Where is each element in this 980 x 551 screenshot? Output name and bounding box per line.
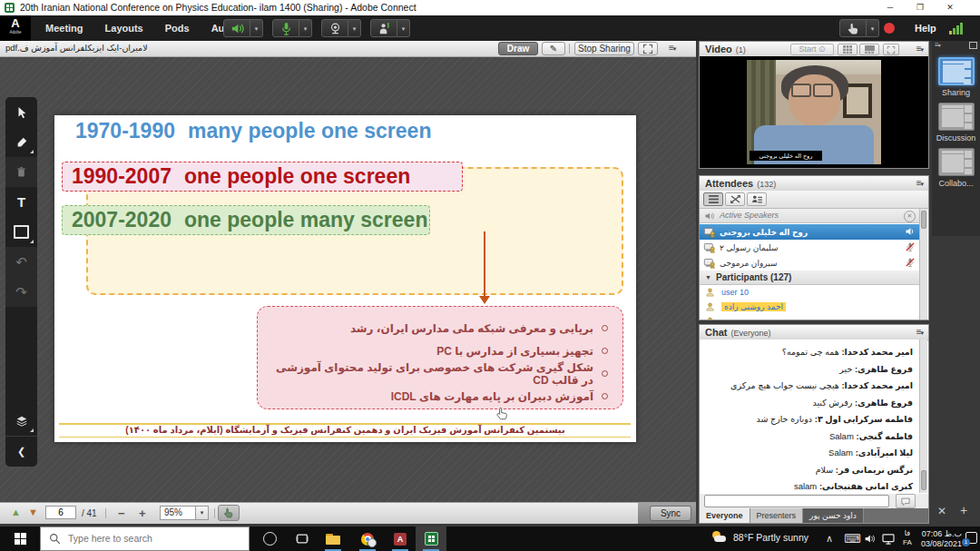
page-up-icon[interactable]: ▲: [11, 507, 21, 517]
volume-icon[interactable]: [864, 533, 876, 545]
pan-hand-tool-icon[interactable]: [218, 505, 240, 521]
page-number-input[interactable]: [45, 506, 76, 519]
host-status-button-group[interactable]: ▾: [839, 19, 879, 37]
speaker-caret-icon[interactable]: ▾: [250, 19, 263, 37]
active-speaker-row[interactable]: روح اله خلیلی بروجنی: [700, 224, 920, 240]
taskbar-clock[interactable]: ب.ظ 07:06 03/08/2021: [918, 529, 962, 548]
adobe-logo[interactable]: AAdobe: [0, 15, 31, 41]
text-tool-icon[interactable]: T: [5, 187, 37, 217]
delete-tool-icon[interactable]: [5, 157, 37, 187]
active-speakers-close-icon[interactable]: ✕: [904, 211, 916, 222]
chat-tab[interactable]: Presenters: [750, 508, 804, 523]
page-down-icon[interactable]: ▼: [28, 507, 38, 517]
notification-center-icon[interactable]: 1: [965, 532, 977, 544]
attendees-pod-menu-icon[interactable]: ≡▾: [916, 178, 923, 188]
zoom-in-icon[interactable]: +: [139, 507, 146, 520]
layout-discussion[interactable]: Discussion: [932, 103, 980, 143]
task-view-button[interactable]: [287, 526, 318, 551]
collapse-toolbar-icon[interactable]: ❮: [5, 436, 37, 467]
video-pod-menu-icon[interactable]: ≡▾: [916, 44, 923, 54]
zoom-out-icon[interactable]: −: [118, 507, 125, 520]
participant-row[interactable]: user 10: [700, 285, 920, 300]
webcam-button-group[interactable]: ▾: [321, 19, 361, 37]
host-status-caret-icon[interactable]: ▾: [867, 19, 879, 37]
chat-message: کبری امانی هفتیجانی: salam: [705, 481, 913, 491]
redo-icon[interactable]: ↷: [5, 277, 37, 307]
breakout-view-icon[interactable]: [725, 192, 745, 206]
start-webcam-button[interactable]: Start ⊙: [790, 44, 834, 55]
file-explorer-button[interactable]: [318, 526, 348, 551]
zoom-level-select[interactable]: 95% ▾: [160, 506, 209, 520]
cortana-button[interactable]: [254, 526, 285, 551]
layers-icon[interactable]: [5, 406, 37, 436]
language-indicator[interactable]: فاFA: [898, 529, 916, 547]
cortana-icon: [263, 532, 277, 546]
close-button-icon[interactable]: ✕: [936, 0, 964, 15]
attendees-scrollbar[interactable]: [919, 209, 927, 320]
microphone-button-group[interactable]: ▾: [272, 19, 312, 37]
microphone-caret-icon[interactable]: ▾: [299, 19, 312, 37]
grid-view-icon[interactable]: [838, 44, 858, 55]
chat-tab[interactable]: داود حسن پور: [803, 508, 864, 523]
speaker-button-group[interactable]: ▾: [223, 19, 263, 37]
attendee-name: روح اله خلیلی بروجنی: [720, 228, 808, 237]
maximize-button-icon[interactable]: ❐: [906, 0, 934, 15]
participant-row[interactable]: [700, 314, 920, 320]
menu-item-meeting[interactable]: Meeting: [34, 15, 94, 41]
participants-bar[interactable]: ▼ Participants (127): [700, 271, 920, 285]
status-caret-icon[interactable]: ▾: [397, 19, 410, 37]
video-fullscreen-icon[interactable]: [883, 44, 899, 55]
timeline-text: one people one screen: [184, 164, 410, 188]
layout-collabo[interactable]: Collabo...: [932, 148, 980, 188]
layout-sharing[interactable]: Sharing: [932, 57, 980, 97]
chat-send-icon[interactable]: [896, 494, 916, 508]
panel-add-icon[interactable]: +: [960, 503, 967, 517]
network-icon[interactable]: [882, 534, 895, 545]
share-pod-menu-icon[interactable]: ≡▾: [669, 43, 675, 53]
active-speaker-row[interactable]: سیروان مرموخی: [700, 255, 920, 271]
panel-close-icon[interactable]: ✕: [937, 505, 946, 517]
access-button[interactable]: A: [385, 526, 416, 551]
zoom-caret-icon[interactable]: ▾: [195, 507, 208, 519]
list-view-icon[interactable]: [703, 192, 723, 206]
pointer-tool-icon[interactable]: [5, 97, 37, 127]
layouts-menu-icon[interactable]: ≡▾: [935, 41, 940, 49]
attendee-status-view-icon[interactable]: [747, 192, 767, 206]
status-button-group[interactable]: ▾: [370, 19, 410, 37]
filmstrip-view-icon[interactable]: [859, 44, 879, 55]
marker-tool-icon[interactable]: [5, 127, 37, 157]
search-input[interactable]: [66, 532, 242, 545]
taskbar-weather[interactable]: 88°F Partly sunny: [711, 530, 808, 545]
sync-button[interactable]: Sync: [650, 506, 691, 521]
adobe-connect-taskbar-button[interactable]: [416, 526, 446, 551]
hidden-icons-chevron[interactable]: ∧: [826, 526, 833, 551]
shape-tool-icon[interactable]: [5, 217, 37, 247]
webcam-caret-icon[interactable]: ▾: [348, 19, 361, 37]
taskbar-search[interactable]: [40, 526, 250, 551]
chrome-button[interactable]: [352, 526, 383, 551]
stop-sharing-button[interactable]: Stop Sharing: [574, 42, 634, 55]
layouts-maximize-icon[interactable]: [969, 42, 977, 49]
help-menu[interactable]: Help: [915, 15, 936, 41]
chat-tab[interactable]: Everyone: [700, 508, 750, 523]
chat-pod-menu-icon[interactable]: ≡▾: [916, 327, 923, 337]
menu-item-layouts[interactable]: Layouts: [94, 15, 154, 41]
fullscreen-icon[interactable]: [638, 42, 658, 55]
undo-icon[interactable]: ↶: [5, 247, 37, 277]
scrollbar-thumb[interactable]: [921, 470, 926, 490]
menu-item-pods[interactable]: Pods: [154, 15, 201, 41]
collapse-icon[interactable]: ▼: [705, 274, 711, 280]
keyboard-icon[interactable]: ⌨: [844, 526, 861, 551]
start-button[interactable]: [0, 526, 40, 551]
active-speaker-row[interactable]: سلیمان رسولی ۲: [700, 240, 920, 255]
participant-row[interactable]: احمد روشنی زاده: [700, 300, 920, 314]
connection-signal-icon[interactable]: [949, 23, 963, 34]
speaker-name-overlay: روح اله خلیلی بروجنی: [750, 151, 822, 161]
chat-scrollbar[interactable]: [919, 339, 927, 493]
chat-input[interactable]: [704, 495, 889, 507]
draw-button[interactable]: Draw: [498, 42, 538, 55]
webcam-icon: [328, 22, 342, 35]
draw-pen-icon[interactable]: ✎: [542, 42, 565, 55]
minimize-button-icon[interactable]: ─: [877, 0, 904, 15]
scrollbar-thumb[interactable]: [921, 211, 926, 229]
